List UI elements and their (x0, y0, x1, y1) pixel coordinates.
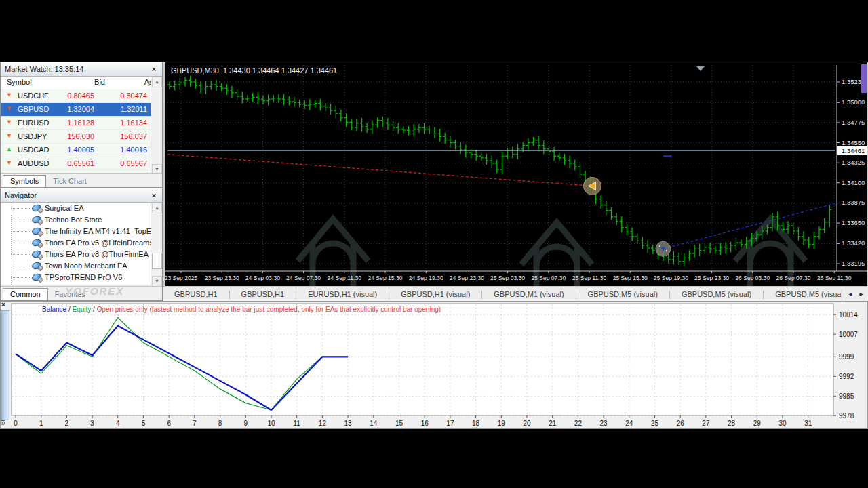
tester-side-tab[interactable]: er (0, 419, 6, 425)
svg-text:9985: 9985 (839, 392, 854, 400)
navigator-title: Navigator (5, 191, 37, 199)
scroll-up-icon[interactable]: ▲ (152, 203, 162, 214)
chart-tab-3[interactable]: GBPUSD,H1 (visual) (389, 287, 481, 302)
svg-text:25 Sep 19:30: 25 Sep 19:30 (654, 274, 688, 281)
chart-tab-5[interactable]: GBPUSD,M5 (visual) (576, 287, 669, 302)
symbol-label: USDCAD (18, 146, 49, 154)
svg-text:24 Sep 07:30: 24 Sep 07:30 (286, 274, 321, 281)
navigator-item-ea[interactable]: Town Noob Merchant EA (1, 260, 151, 272)
svg-text:24 Sep 11:30: 24 Sep 11:30 (328, 274, 362, 281)
svg-text:25 Sep 11:30: 25 Sep 11:30 (572, 274, 607, 281)
tree-stub (11, 277, 31, 278)
price-chart[interactable]: ✦ 1.352301.350001.347751.345501.343251.3… (165, 62, 867, 286)
svg-text:10: 10 (267, 420, 275, 427)
bid-value: 156.030 (67, 132, 94, 140)
navigator-tabs: CommonFavorites (1, 286, 162, 300)
price-axis-labels: 1.352301.350001.347751.345501.343251.341… (837, 78, 867, 267)
svg-text:21: 21 (549, 420, 557, 427)
navigator-item-ea[interactable]: Techno Bot Store (1, 214, 151, 226)
tab-symbols[interactable]: Symbols (3, 175, 46, 187)
tree-stub (11, 231, 31, 232)
tabs-scroll-left-icon[interactable]: ◄ (845, 289, 856, 300)
svg-text:9978: 9978 (839, 412, 854, 420)
svg-text:1: 1 (39, 420, 43, 427)
symbol-down-icon: ▼ (6, 105, 12, 112)
market-watch-rows: ▼ USDCHF 0.80465 0.80474▼ GBPUSD 1.32004… (1, 89, 151, 175)
column-symbol[interactable]: Symbol (7, 78, 32, 86)
chart-grid (167, 65, 835, 271)
tester-side-strip[interactable] (1, 310, 9, 420)
svg-text:1.35000: 1.35000 (842, 98, 865, 106)
svg-text:10014: 10014 (839, 311, 858, 319)
svg-text:31: 31 (804, 420, 812, 427)
tabs-scroll-right-icon[interactable]: ► (856, 289, 867, 300)
tester-close-icon[interactable]: × (1, 301, 5, 308)
svg-text:1.33650: 1.33650 (842, 219, 865, 226)
legend-equity: Equity (72, 306, 91, 313)
navigator-item-ea[interactable]: Thors EA Pro v5 @LifeInDreams (1, 237, 151, 249)
svg-text:29: 29 (753, 420, 762, 427)
symbol-label: EURUSD (18, 119, 49, 127)
chart-tab-0[interactable]: GBPUSD,H1 (163, 287, 229, 302)
svg-text:0: 0 (14, 420, 18, 427)
bid-value: 1.32004 (67, 105, 94, 113)
navigator-item-ea[interactable]: Surgical EA (1, 203, 151, 214)
svg-text:24: 24 (625, 420, 633, 427)
chart-tab-2[interactable]: EURUSD,H1 (visual) (296, 287, 389, 302)
order-marker-icon[interactable] (583, 177, 601, 195)
column-bid[interactable]: Bid (94, 78, 105, 86)
expert-advisor-icon (32, 227, 43, 236)
chart-tab-6[interactable]: GBPUSD,M5 (visual) (670, 287, 763, 302)
svg-text:1.34325: 1.34325 (842, 159, 865, 166)
svg-text:1.33420: 1.33420 (842, 239, 865, 247)
svg-text:24 Sep 23:30: 24 Sep 23:30 (450, 274, 484, 281)
svg-text:23 Sep 2025: 23 Sep 2025 (165, 274, 198, 281)
tab-common[interactable]: Common (3, 288, 48, 300)
tab-tick-chart[interactable]: Tick Chart (46, 176, 94, 187)
scroll-down-icon[interactable]: ▼ (152, 276, 162, 287)
chart-tab-4[interactable]: GBPUSD,M1 (visual) (482, 287, 575, 302)
market-watch-row-audusd[interactable]: ▼ AUDUSD 0.65561 0.65567 (1, 157, 151, 171)
tester-legend: Balance / Equity / Open prices only (fas… (42, 306, 441, 313)
svg-text:30: 30 (778, 420, 787, 427)
event-marker-icon[interactable]: ✦ (656, 241, 671, 256)
svg-text:2: 2 (65, 420, 69, 427)
market-watch-scrollbar[interactable]: ▲ ▼ (151, 77, 161, 175)
symbol-down-icon: ▼ (6, 132, 12, 139)
svg-text:9999: 9999 (839, 353, 854, 361)
svg-text:9992: 9992 (839, 373, 854, 380)
svg-text:20: 20 (523, 420, 531, 427)
tab-favorites[interactable]: Favorites (48, 289, 92, 300)
ask-value: 156.037 (120, 132, 147, 140)
chart-tab-bar: GBPUSD,H1GBPUSD,H1EURUSD,H1 (visual)GBPU… (163, 287, 868, 302)
market-watch-titlebar[interactable]: Market Watch: 13:35:14 × (1, 62, 162, 77)
ask-value: 1.32011 (121, 105, 147, 113)
market-watch-row-usdchf[interactable]: ▼ USDCHF 0.80465 0.80474 (1, 89, 151, 103)
close-icon[interactable]: × (149, 62, 159, 76)
navigator-tree: Surgical EA Techno Bot Store The Infinit… (1, 203, 151, 285)
navigator-item-ea[interactable]: The Infinity EA MT4 v1.41_TopE (1, 226, 151, 237)
scrollbar-thumb[interactable] (152, 253, 162, 269)
navigator-panel: Navigator × Surgical EA Techno Bot Store… (0, 188, 163, 301)
market-watch-row-eurusd[interactable]: ▼ EURUSD 1.16128 1.16134 (1, 117, 151, 130)
navigator-scrollbar[interactable]: ▲ ▼ (151, 203, 161, 287)
market-watch-row-usdjpy[interactable]: ▼ USDJPY 156.030 156.037 (1, 130, 151, 144)
chart-tab-1[interactable]: GBPUSD,H1 (230, 287, 296, 302)
close-icon[interactable]: × (149, 188, 159, 202)
navigator-item-ea[interactable]: Thors EA Pro v8 @ThorFinnEA (1, 249, 151, 260)
market-watch-row-usdcad[interactable]: ▲ USDCAD 1.40005 1.40016 (1, 144, 151, 157)
legend-separator: / (68, 306, 71, 313)
trendline-red[interactable] (167, 155, 592, 186)
market-watch-header[interactable]: Symbol Bid Ask (1, 77, 162, 90)
svg-text:10007: 10007 (839, 331, 858, 338)
navigator-titlebar[interactable]: Navigator × (1, 188, 162, 203)
navigator-item-label: Surgical EA (45, 204, 83, 212)
scroll-up-icon[interactable]: ▲ (152, 77, 162, 87)
svg-text:25 Sep 03:30: 25 Sep 03:30 (490, 274, 525, 281)
market-watch-row-gbpusd[interactable]: ▼ GBPUSD 1.32004 1.32011 (1, 103, 151, 117)
symbol-label: USDJPY (18, 132, 47, 140)
symbol-up-icon: ▲ (6, 146, 12, 152)
chart-shift-icon[interactable] (696, 66, 705, 71)
chart-title: GBPUSD,M30 1.34430 1.34464 1.34427 1.344… (171, 66, 337, 75)
navigator-item-ea[interactable]: TPSproTREND PrO V6 (1, 272, 151, 283)
